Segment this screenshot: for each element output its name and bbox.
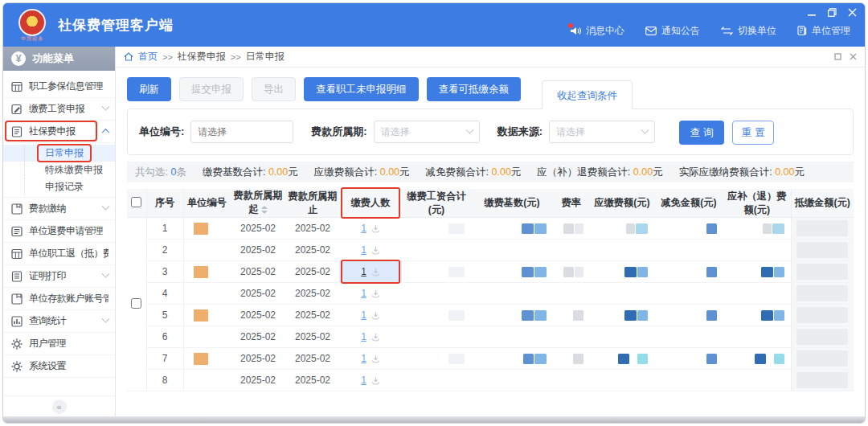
- collapse-sidebar-button[interactable]: «: [52, 399, 67, 414]
- download-icon[interactable]: [371, 311, 380, 320]
- table-header-row: 序号单位编号费款所属期起费款所属期止缴费人数缴费工资合计(元)缴费基数(元)费率…: [127, 189, 854, 218]
- row-checkbox[interactable]: [131, 298, 141, 309]
- sidebar-item[interactable]: 证明打印: [3, 265, 115, 288]
- column-header-unit: 单位编号: [183, 189, 230, 218]
- sidebar-item[interactable]: 系统设置: [3, 355, 115, 378]
- download-icon[interactable]: [371, 376, 380, 385]
- sidebar-item[interactable]: 单位职工退（抵）费申请管理: [3, 243, 115, 265]
- payer-count-link[interactable]: 1: [361, 266, 366, 277]
- sidebar-item[interactable]: 社保费申报: [3, 121, 115, 143]
- cell-refund: [723, 240, 791, 261]
- minimize-icon[interactable]: [808, 8, 817, 17]
- sidebar-subitem-label: 日常申报: [40, 145, 88, 161]
- submit-declaration-button[interactable]: 提交申报: [179, 77, 244, 101]
- sidebar-item[interactable]: 缴费工资申报: [3, 98, 115, 121]
- collapse-query-tab[interactable]: 收起查询条件: [542, 80, 633, 110]
- offset-amount-field[interactable]: [796, 220, 848, 236]
- offset-amount-field[interactable]: [796, 372, 848, 388]
- tab-close-icon[interactable]: [850, 53, 857, 60]
- payer-count-link[interactable]: 1: [361, 375, 366, 386]
- cell-payable: [590, 283, 654, 305]
- download-icon[interactable]: [371, 224, 380, 233]
- payer-count-link[interactable]: 1: [361, 309, 366, 321]
- redacted-value: [723, 223, 791, 234]
- menu-switch-unit[interactable]: 切换单位: [721, 24, 776, 38]
- column-header-check[interactable]: [127, 189, 146, 218]
- breadcrumb-item[interactable]: 社保费申报: [178, 50, 226, 63]
- payer-count-link[interactable]: 1: [361, 223, 366, 234]
- sidebar-subitem[interactable]: 特殊缴费申报: [3, 162, 115, 178]
- unit-number-input[interactable]: [190, 121, 293, 143]
- sort-icon[interactable]: [261, 203, 268, 217]
- sidebar-subitem-label: 特殊缴费申报: [40, 162, 108, 178]
- close-icon[interactable]: [848, 8, 857, 17]
- data-source-select[interactable]: 请选择: [549, 121, 655, 143]
- redacted-value: [590, 267, 654, 277]
- cell-reduce: [654, 283, 723, 305]
- download-icon[interactable]: [371, 268, 380, 276]
- payer-count-link[interactable]: 1: [361, 331, 366, 342]
- sidebar-item[interactable]: 查询统计: [3, 310, 115, 333]
- offset-amount-field[interactable]: [796, 264, 848, 280]
- cell-reduce: [654, 240, 723, 261]
- chevron-down-icon: [641, 125, 649, 133]
- download-icon[interactable]: [371, 354, 380, 363]
- tax-emblem-logo: 中国税务: [14, 9, 50, 42]
- chevron-down-icon: [102, 203, 110, 211]
- download-icon[interactable]: [371, 246, 380, 255]
- mail-icon: [645, 27, 657, 35]
- tab-maximize-icon[interactable]: [834, 53, 841, 60]
- cell-seq: 5: [146, 305, 183, 326]
- payer-count-link[interactable]: 1: [361, 288, 366, 299]
- view-undeclared-detail-button[interactable]: 查看职工未申报明细: [304, 77, 419, 101]
- offset-amount-field[interactable]: [796, 329, 848, 345]
- cell-seq: 6: [146, 326, 183, 348]
- sidebar-subitem[interactable]: 日常申报: [3, 145, 115, 162]
- select-all-checkbox[interactable]: [131, 197, 141, 207]
- sidebar-item[interactable]: 费款缴纳: [3, 198, 115, 220]
- sidebar-item[interactable]: 单位存款账户账号管理: [3, 288, 115, 310]
- menu-notices[interactable]: 通知公告: [645, 24, 700, 38]
- sidebar-item-label: 职工参保信息管理: [29, 80, 108, 93]
- sidebar-item[interactable]: 职工参保信息管理: [3, 76, 115, 98]
- cell-start: 2025-02: [230, 348, 286, 370]
- menu-message-center[interactable]: 消息中心: [570, 24, 624, 38]
- offset-amount-field[interactable]: [796, 307, 848, 323]
- download-icon[interactable]: [371, 333, 380, 342]
- cell-rate: [553, 240, 590, 261]
- cell-unit: [183, 218, 230, 240]
- fee-period-select[interactable]: 请选择: [374, 121, 480, 143]
- payer-count-link[interactable]: 1: [361, 244, 366, 256]
- sidebar-item[interactable]: 用户管理: [3, 333, 115, 355]
- offset-amount-field[interactable]: [796, 285, 848, 301]
- export-button[interactable]: 导出: [252, 77, 296, 101]
- maximize-icon[interactable]: [828, 8, 837, 17]
- redacted-value: [654, 267, 723, 277]
- cell-start: 2025-02: [230, 305, 286, 326]
- offset-amount-field[interactable]: [796, 350, 848, 367]
- column-header-start[interactable]: 费款所属期起: [230, 189, 286, 218]
- cell-offset: [791, 370, 854, 391]
- cell-rate: [553, 348, 590, 370]
- cell-count: 1: [339, 218, 402, 240]
- sidebar-item[interactable]: 单位退费申请管理: [3, 220, 115, 243]
- sidebar-item-label: 单位职工退（抵）费申请管理: [29, 247, 108, 260]
- menu-unit-management[interactable]: 单位管理: [797, 24, 850, 38]
- reset-button[interactable]: 重置: [732, 121, 774, 145]
- search-button[interactable]: 查询: [679, 121, 724, 145]
- breadcrumb-home[interactable]: 首页: [138, 50, 158, 63]
- table-row: 72025-022025-021: [127, 348, 854, 370]
- offset-amount-field[interactable]: [796, 242, 848, 258]
- column-header-count: 缴费人数: [339, 189, 402, 218]
- view-offset-balance-button[interactable]: 查看可抵缴余额: [427, 77, 522, 101]
- payer-count-link[interactable]: 1: [361, 353, 366, 364]
- redacted-value: [402, 354, 471, 364]
- redacted-unit-number: [194, 309, 208, 322]
- refresh-button[interactable]: 刷新: [127, 77, 171, 101]
- screenshot-stage: 中国税务 社保费管理客户端 消息中心 通知公告: [0, 0, 868, 426]
- cell-base: [471, 218, 553, 240]
- cell-salary: [402, 326, 471, 348]
- column-header-end: 费款所属期止: [286, 189, 339, 218]
- download-icon[interactable]: [371, 289, 380, 298]
- sidebar-subitem[interactable]: 申报记录: [3, 178, 115, 195]
